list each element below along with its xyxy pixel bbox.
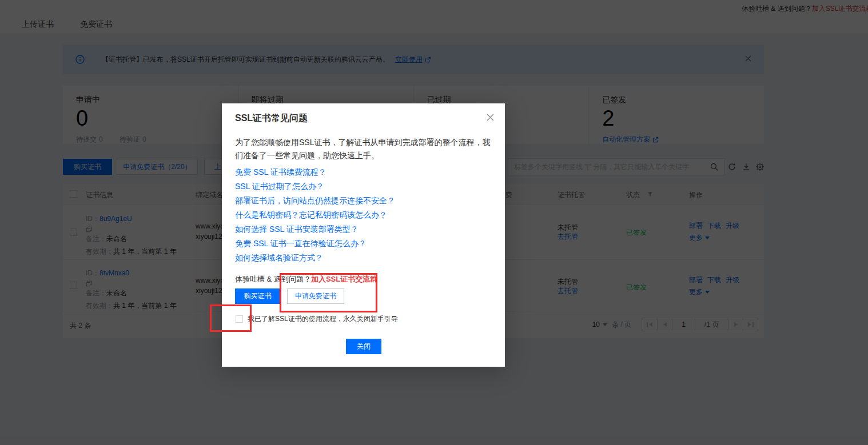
faq-link-insecure[interactable]: 部署证书后，访问站点仍然提示连接不安全？ (235, 196, 395, 210)
annotation-box-free-cert (280, 273, 377, 312)
faq-link-deploy-type[interactable]: 如何选择 SSL 证书安装部署类型？ (235, 224, 395, 239)
faq-link-private-key[interactable]: 什么是私钥密码？忘记私钥密码该怎么办？ (235, 210, 395, 224)
modal-close-button[interactable]: 关闭 (346, 339, 381, 354)
dont-show-again-label: 我已了解SSL证书的使用流程，永久关闭新手引导 (248, 314, 398, 324)
modal-intro: 为了您能顺畅使用SSL证书，了解证书从申请到完成部署的整个流程，我们准备了一些常… (235, 136, 493, 162)
faq-link-expired[interactable]: SSL 证书过期了怎么办？ (235, 182, 395, 196)
modal-buy-cert-button[interactable]: 购买证书 (235, 288, 280, 304)
modal-title: SSL证书常见问题 (235, 113, 308, 125)
faq-link-pending-verify[interactable]: 免费 SSL 证书一直在待验证怎么办？ (235, 239, 395, 253)
faq-list: 免费 SSL 证书续费流程？ SSL 证书过期了怎么办？ 部署证书后，访问站点仍… (235, 167, 395, 267)
modal-close-icon[interactable] (487, 114, 494, 121)
faq-link-domain-verify[interactable]: 如何选择域名验证方式？ (235, 253, 395, 267)
dont-show-again-row: 我已了解SSL证书的使用流程，永久关闭新手引导 (236, 314, 398, 324)
faq-link-renew-flow[interactable]: 免费 SSL 证书续费流程？ (235, 167, 395, 182)
faq-modal: SSL证书常见问题 为了您能顺畅使用SSL证书，了解证书从申请到完成部署的整个流… (222, 103, 505, 367)
annotation-box-checkbox (210, 304, 252, 332)
